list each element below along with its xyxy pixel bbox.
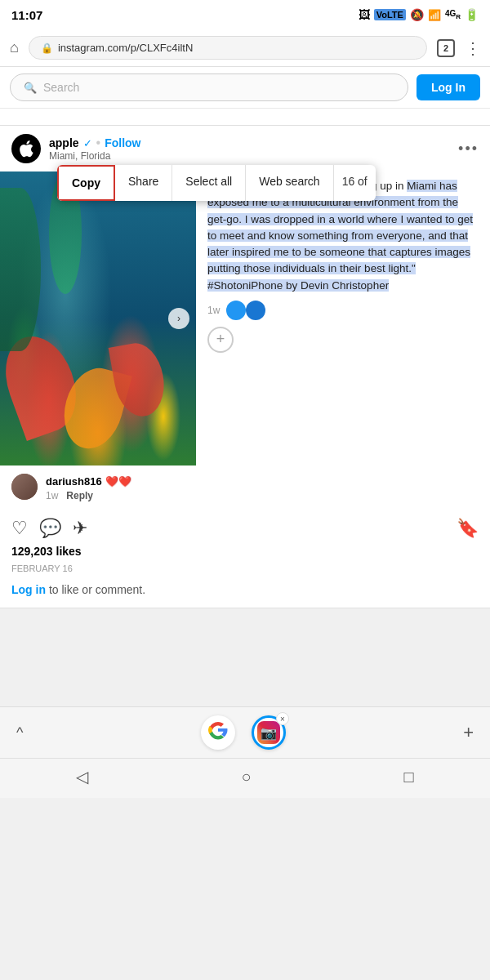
copy-button[interactable]: Copy (57, 165, 115, 201)
search-placeholder: Search (43, 81, 79, 94)
scroll-up-button[interactable]: ^ (16, 724, 23, 742)
next-image-button[interactable]: › (168, 308, 189, 329)
add-comment-button[interactable]: + (207, 327, 234, 353)
comment-row: dariush816 ❤️❤️ 1w Reply (0, 466, 490, 510)
instagram-icon: 📷 (257, 721, 280, 744)
post-content-right: Commissioned by Apple. "Growing up in Mi… (196, 172, 490, 466)
leaf-left (0, 188, 41, 351)
navigation-bar: ◁ ○ □ (0, 758, 490, 798)
lock-icon: 🔒 (41, 42, 53, 54)
commenter-meta: 1w Reply (46, 490, 479, 501)
verified-badge: ✓ (83, 137, 92, 149)
web-search-button[interactable]: Web search (246, 165, 333, 201)
login-suffix: to like or comment. (46, 583, 145, 596)
chrome-tab-button[interactable] (201, 715, 235, 750)
home-nav-button[interactable]: ○ (241, 768, 251, 786)
close-tab-button[interactable]: × (276, 712, 289, 725)
toolbar-overflow[interactable]: 16 of (334, 165, 376, 201)
spacer-white (0, 109, 490, 125)
comment-button[interactable]: 💬 (39, 518, 61, 539)
post-author-avatar (11, 134, 41, 163)
post-username[interactable]: apple (49, 136, 79, 149)
bookmark-button[interactable]: 🔖 (457, 518, 479, 539)
status-icons: 🖼 VoLTE 🔕 📶 4GR 🔋 (359, 8, 479, 21)
search-icon: 🔍 (24, 82, 37, 94)
commenter-info: dariush816 ❤️❤️ 1w Reply (46, 474, 479, 501)
browser-toolbar: ⌂ 🔒 instagram.com/p/CLXFc4iltN 2 ⋮ (0, 29, 490, 67)
gray-area (0, 608, 490, 706)
instagram-tab-wrap: 📷 × (252, 715, 286, 750)
notification-muted-icon: 🔕 (410, 8, 424, 21)
bottom-tab-icons: 📷 × (201, 715, 286, 750)
search-bar-row: 🔍 Search Log In (0, 67, 490, 109)
battery-icon: 🔋 (465, 8, 479, 21)
post-image: › (0, 172, 196, 466)
likes-count: 129,203 likes (11, 545, 82, 558)
post-time: 1w (207, 305, 220, 316)
follow-button[interactable]: Follow (105, 136, 140, 149)
commenter-avatar (11, 474, 38, 500)
bottom-bar: ^ 📷 (0, 706, 490, 758)
network-icon: 4GR (445, 9, 461, 20)
instagram-post: apple ✓ • Follow Miami, Florida ••• Copy… (0, 125, 490, 608)
text-selection-toolbar: Copy Share Select all Web search 16 of (57, 165, 376, 201)
reply-button[interactable]: Reply (66, 490, 93, 501)
tab-switcher-button[interactable]: 2 (437, 39, 455, 57)
status-bar: 11:07 🖼 VoLTE 🔕 📶 4GR 🔋 (0, 0, 490, 29)
address-bar[interactable]: 🔒 instagram.com/p/CLXFc4iltN (29, 36, 427, 60)
back-button[interactable]: ◁ (76, 767, 88, 786)
like-avatar (226, 301, 246, 320)
post-image-area: › Commissioned by Apple. "Growing up in … (0, 172, 490, 466)
browser-menu-button[interactable]: ⋮ (465, 38, 480, 58)
commenter-hearts: ❤️❤️ (105, 475, 131, 488)
post-time-row: 1w (207, 301, 479, 320)
volte-badge: VoLTE (374, 9, 406, 20)
search-input-container[interactable]: 🔍 Search (10, 74, 408, 101)
chrome-tab-wrap (201, 715, 235, 750)
google-icon (208, 720, 228, 745)
post-username-row: apple ✓ • Follow (49, 136, 450, 150)
post-more-button[interactable]: ••• (458, 140, 479, 158)
recents-button[interactable]: □ (403, 768, 413, 786)
comment-time: 1w (46, 490, 58, 501)
login-button[interactable]: Log In (416, 74, 480, 100)
status-time: 11:07 (11, 8, 42, 22)
address-text: instagram.com/p/CLXFc4iltN (58, 42, 193, 54)
share-button[interactable]: Share (115, 165, 172, 201)
post-user-info: apple ✓ • Follow Miami, Florida (49, 136, 450, 162)
login-link[interactable]: Log in (11, 583, 46, 596)
new-tab-button[interactable]: + (463, 722, 474, 743)
likes-row: 129,203 likes (0, 542, 490, 562)
home-button[interactable]: ⌂ (10, 39, 19, 56)
commenter-name[interactable]: dariush816 (46, 475, 102, 488)
share-direct-button[interactable]: ✈ (73, 518, 87, 539)
login-to-like-row: Log in to like or comment. (0, 578, 490, 608)
post-date: February 16 (0, 562, 490, 578)
like-avatar-2 (246, 301, 265, 320)
post-location: Miami, Florida (49, 150, 450, 162)
signal-icon: 📶 (428, 9, 441, 21)
post-actions: ♡ 💬 ✈ 🔖 (0, 510, 490, 542)
image-status-icon: 🖼 (359, 8, 370, 21)
like-button[interactable]: ♡ (11, 518, 28, 539)
select-all-button[interactable]: Select all (172, 165, 246, 201)
